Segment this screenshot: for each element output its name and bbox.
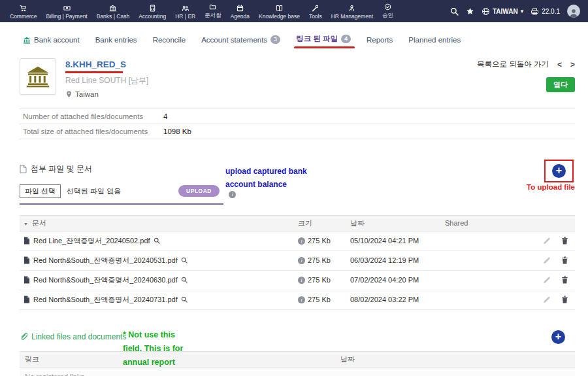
- preview-magnifier-icon[interactable]: [181, 277, 188, 283]
- account-location: Taiwan: [65, 90, 477, 98]
- tab-reports[interactable]: Reports: [367, 36, 393, 50]
- tab-reconcile[interactable]: Reconcile: [153, 36, 186, 50]
- column-header-document[interactable]: ▼ 문서: [20, 215, 294, 231]
- version-info[interactable]: 22.0.1: [531, 7, 560, 16]
- column-header-date: 날짜: [335, 351, 575, 367]
- bank-building-icon: [26, 66, 50, 88]
- red-underline-annotation: [65, 71, 123, 73]
- column-header-actions: [531, 215, 575, 231]
- nav-item-accounting[interactable]: Accounting: [134, 5, 171, 20]
- nav-item-banks-cash[interactable]: Banks | Cash: [92, 5, 134, 20]
- file-date: 07/02/2024 04:20 PM: [350, 276, 419, 284]
- nav-item-approval[interactable]: 승인: [378, 3, 398, 20]
- nav-item-knowledge-base[interactable]: Knowledge base: [254, 5, 304, 20]
- section-title-label: 첨부 파일 및 문서: [31, 163, 92, 175]
- section-title-label: Linked files and documents: [31, 332, 126, 341]
- banner-actions: 목록으로 되돌아 가기 < > 열다: [477, 58, 575, 98]
- nav-item-documents[interactable]: 문서함: [200, 3, 226, 20]
- info-icon: i: [298, 296, 305, 303]
- preview-magnifier-icon[interactable]: [181, 257, 188, 264]
- file-name-link[interactable]: Red North&South_잔액증명서_20240531.pdf: [33, 256, 178, 265]
- nav-item-agenda[interactable]: Agenda: [226, 5, 254, 20]
- preview-magnifier-icon[interactable]: [154, 237, 160, 244]
- delete-trash-icon[interactable]: [561, 276, 568, 284]
- file-name-link[interactable]: Red North&South_잔액증명서_20240731.pdf: [33, 295, 178, 305]
- nav-item-hr-management[interactable]: HR Management: [327, 5, 378, 20]
- edit-pencil-icon[interactable]: [543, 296, 551, 303]
- add-file-button[interactable]: +: [552, 164, 566, 178]
- file-size: 275 Kb: [308, 276, 331, 284]
- tab-planned-entries[interactable]: Planned entries: [408, 36, 461, 50]
- nav-label: Tools: [309, 13, 322, 20]
- tab-linked-files[interactable]: 링크 된 파일 4: [296, 34, 351, 50]
- person-icon: [348, 5, 355, 12]
- calendar-icon: [237, 5, 244, 12]
- main-menu: Commerce Billing | Payment Banks | Cash …: [5, 3, 398, 20]
- back-to-list-link[interactable]: 목록으로 되돌아 가기: [477, 60, 549, 69]
- tab-bank-account[interactable]: Bank account: [23, 36, 80, 50]
- file-select-button[interactable]: 파일 선택: [20, 184, 61, 198]
- pdf-file-icon: [24, 296, 30, 303]
- chevron-down-icon: ▾: [521, 8, 524, 14]
- edit-pencil-icon[interactable]: [543, 276, 551, 284]
- chevron-right-icon[interactable]: >: [570, 60, 575, 69]
- edit-pencil-icon[interactable]: [543, 237, 551, 245]
- note-line: field. This is for: [123, 342, 183, 356]
- nav-item-hr-er[interactable]: HR | ER: [171, 5, 200, 20]
- linked-files-title: Linked files and documents: [20, 332, 575, 341]
- delete-trash-icon[interactable]: [561, 256, 568, 264]
- handwritten-note-blue: upload captured bank account balance: [225, 165, 307, 191]
- bank-logo-box: [20, 58, 56, 95]
- nav-label: HR | ER: [175, 13, 195, 20]
- note-line: annual report: [123, 356, 183, 369]
- table-row: Red Line_잔액증명서_20240502.pdf i 275 Kb 05/…: [20, 231, 575, 250]
- bookmark-star-icon[interactable]: [466, 7, 474, 16]
- delete-trash-icon[interactable]: [561, 237, 568, 245]
- nav-label: Banks | Cash: [97, 13, 129, 20]
- column-header-date: 날짜: [346, 215, 441, 231]
- search-icon[interactable]: [450, 7, 459, 16]
- file-size: 275 Kb: [308, 237, 331, 245]
- language-selector[interactable]: TAIWAN ▾: [482, 7, 523, 16]
- chevron-left-icon[interactable]: <: [557, 60, 562, 69]
- edit-pencil-icon[interactable]: [543, 256, 551, 264]
- info-icon: i: [298, 277, 305, 284]
- shared-cell: [441, 231, 531, 250]
- delete-trash-icon[interactable]: [561, 296, 568, 303]
- file-size: 275 Kb: [308, 296, 331, 303]
- handwritten-note-red: To upload file: [527, 183, 575, 191]
- user-avatar[interactable]: [567, 5, 580, 18]
- tab-account-statements[interactable]: Account statements 3: [201, 35, 280, 50]
- book-icon: [276, 5, 283, 12]
- preview-magnifier-icon[interactable]: [181, 296, 188, 303]
- file-size: 275 Kb: [308, 256, 331, 264]
- bank-icon: [109, 5, 116, 12]
- version-label: 22.0.1: [542, 8, 560, 15]
- open-button[interactable]: 열다: [546, 77, 575, 92]
- account-identity: 8.KHH_RED_S Red Line SOUTH [남부] Taiwan: [65, 58, 477, 98]
- upload-button[interactable]: UPLOAD: [178, 185, 220, 197]
- globe-icon: [482, 7, 490, 16]
- tab-count-badge: 4: [341, 35, 351, 43]
- attached-files-section: 첨부 파일 및 문서 upload captured bank account …: [20, 163, 575, 205]
- nav-label: Agenda: [231, 13, 250, 20]
- bank-icon: [23, 37, 31, 44]
- files-table-header: ▼ 문서 크기 날짜 Shared: [20, 215, 575, 231]
- location-pin-icon: [65, 90, 73, 98]
- add-link-button[interactable]: +: [551, 330, 565, 344]
- nav-item-commerce[interactable]: Commerce: [5, 5, 42, 20]
- tab-bank-entries[interactable]: Bank entries: [95, 36, 137, 50]
- account-title-link[interactable]: 8.KHH_RED_S: [65, 60, 126, 69]
- shared-cell: [441, 290, 531, 309]
- nav-item-tools[interactable]: Tools: [304, 5, 327, 20]
- summary-row: Number of attached files/documents 4: [20, 109, 575, 124]
- pagination-row: 목록으로 되돌아 가기 < >: [477, 60, 575, 69]
- info-icon: i: [229, 191, 236, 198]
- nav-item-billing-payment[interactable]: Billing | Payment: [42, 5, 92, 20]
- tab-count-badge: 3: [270, 35, 280, 44]
- commerce-cart-icon: [20, 5, 27, 12]
- file-name-link[interactable]: Red Line_잔액증명서_20240502.pdf: [33, 236, 150, 246]
- file-name-link[interactable]: Red North&South_잔액증명서_20240630.pdf: [33, 275, 178, 285]
- summary-label: Number of attached files/documents: [23, 112, 163, 120]
- pdf-file-icon: [24, 237, 30, 245]
